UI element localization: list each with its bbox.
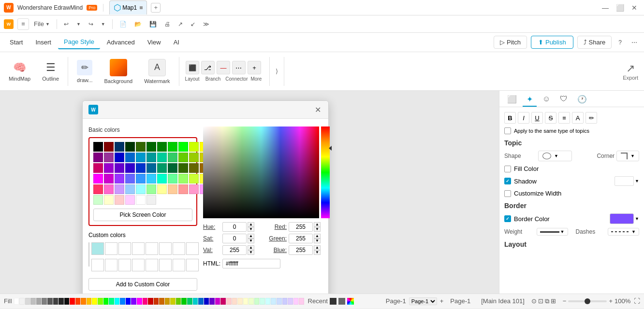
- basic-swatch-23[interactable]: [189, 153, 199, 162]
- basic-swatch-9[interactable]: [189, 142, 199, 152]
- shadow-checkbox[interactable]: ✓: [504, 178, 511, 184]
- red-up[interactable]: ▲: [314, 222, 321, 227]
- custom-swatch-1[interactable]: [105, 242, 117, 255]
- basic-swatch-2[interactable]: [115, 142, 124, 152]
- actual-size[interactable]: ⊡: [538, 297, 543, 305]
- minimize-button[interactable]: —: [600, 2, 611, 14]
- basic-swatch-32[interactable]: [136, 163, 146, 173]
- basic-swatch-16[interactable]: [115, 153, 124, 162]
- publish-button[interactable]: ⬆ Publish: [531, 36, 573, 49]
- more-options[interactable]: ⋯: [629, 38, 640, 47]
- expand-view[interactable]: ⛶: [634, 297, 640, 305]
- apply-same-checkbox[interactable]: [504, 127, 511, 134]
- val-label[interactable]: Val:: [203, 247, 222, 253]
- italic-button[interactable]: I: [518, 112, 529, 124]
- palette-swatch-32[interactable]: [193, 298, 198, 305]
- val-down[interactable]: ▼: [248, 250, 254, 255]
- palette-swatch-38[interactable]: [226, 298, 232, 305]
- basic-swatch-17[interactable]: [125, 153, 135, 162]
- palette-swatch-0[interactable]: [14, 298, 19, 305]
- more-ribbon-button[interactable]: ⋯: [232, 61, 246, 74]
- pick-screen-color-button[interactable]: Pick Screen Color: [93, 209, 192, 221]
- palette-swatch-26[interactable]: [159, 298, 164, 305]
- add-ribbon-button[interactable]: +: [248, 61, 261, 74]
- val-input[interactable]: [222, 245, 247, 255]
- basic-swatch-34[interactable]: [157, 163, 167, 173]
- save-button[interactable]: 💾: [146, 19, 160, 29]
- menu-advanced[interactable]: Advanced: [101, 36, 141, 49]
- basic-swatch-5[interactable]: [146, 142, 156, 152]
- hue-input[interactable]: [222, 222, 247, 232]
- palette-swatch-48[interactable]: [282, 298, 288, 305]
- palette-swatch-15[interactable]: [98, 298, 103, 305]
- palette-swatch-44[interactable]: [260, 298, 265, 305]
- fit-view[interactable]: ⊙: [531, 297, 537, 305]
- basic-swatch-56[interactable]: [93, 184, 103, 194]
- canvas[interactable]: W ✕ Basic colors Pick Screen Color: [0, 91, 499, 294]
- palette-swatch-4[interactable]: [36, 298, 42, 305]
- custom-swatch-11[interactable]: [132, 259, 145, 271]
- palette-swatch-24[interactable]: [148, 298, 153, 305]
- dialog-close-button[interactable]: ✕: [313, 105, 322, 114]
- basic-swatch-73[interactable]: [125, 195, 135, 205]
- palette-swatch-45[interactable]: [265, 298, 271, 305]
- palette-swatch-8[interactable]: [59, 298, 64, 305]
- hue-slider-wrapper[interactable]: [321, 126, 330, 218]
- shadow-color-swatch[interactable]: [615, 176, 634, 186]
- export-share-button[interactable]: ↗: [175, 19, 186, 29]
- palette-swatch-19[interactable]: [120, 298, 125, 305]
- custom-swatch-13[interactable]: [159, 259, 172, 271]
- palette-swatch-2[interactable]: [25, 298, 30, 305]
- palette-swatch-5[interactable]: [42, 298, 47, 305]
- basic-swatch-51[interactable]: [189, 174, 199, 183]
- palette-swatch-6[interactable]: [47, 298, 53, 305]
- shape-select[interactable]: ▼: [538, 151, 572, 161]
- palette-swatch-42[interactable]: [249, 298, 254, 305]
- palette-swatch-30[interactable]: [181, 298, 187, 305]
- basic-swatch-4[interactable]: [136, 142, 146, 152]
- basic-swatch-46[interactable]: [136, 174, 146, 183]
- palette-swatch-33[interactable]: [198, 298, 204, 305]
- custom-swatch-10[interactable]: [118, 259, 131, 271]
- palette-swatch-50[interactable]: [293, 298, 299, 305]
- sat-label[interactable]: Sat:: [203, 235, 222, 242]
- file-menu-button[interactable]: File ▼: [31, 19, 53, 29]
- basic-swatch-30[interactable]: [115, 163, 124, 173]
- red-down[interactable]: ▼: [314, 227, 321, 232]
- corner-select[interactable]: ▼: [616, 151, 639, 161]
- shadow-dropdown[interactable]: ▼: [635, 179, 639, 183]
- new-button[interactable]: 📄: [117, 19, 130, 29]
- palette-swatch-31[interactable]: [187, 298, 192, 305]
- basic-swatch-36[interactable]: [178, 163, 188, 173]
- basic-swatch-49[interactable]: [168, 174, 177, 183]
- basic-swatch-37[interactable]: [189, 163, 199, 173]
- sat-down[interactable]: ▼: [248, 239, 254, 243]
- palette-swatch-14[interactable]: [92, 298, 97, 305]
- red-input[interactable]: [289, 222, 313, 232]
- strikethrough-button[interactable]: S: [545, 112, 556, 124]
- connector-button[interactable]: —: [217, 61, 230, 74]
- green-input[interactable]: [289, 234, 313, 243]
- palette-swatch-41[interactable]: [243, 298, 249, 305]
- menu-insert[interactable]: Insert: [29, 36, 57, 49]
- custom-swatch-6[interactable]: [173, 242, 185, 255]
- blue-down[interactable]: ▼: [314, 250, 321, 255]
- spectrum-picker[interactable]: [203, 126, 319, 218]
- palette-swatch-35[interactable]: [209, 298, 215, 305]
- add-page-button[interactable]: +: [440, 297, 444, 305]
- border-color-checkbox[interactable]: ✓: [504, 215, 511, 222]
- tab-shape[interactable]: ⬜: [503, 93, 521, 107]
- basic-swatch-15[interactable]: [104, 153, 114, 162]
- palette-swatch-46[interactable]: [271, 298, 276, 305]
- basic-swatch-35[interactable]: [168, 163, 177, 173]
- basic-swatch-14[interactable]: [93, 153, 103, 162]
- hue-slider[interactable]: [321, 126, 330, 218]
- basic-swatch-57[interactable]: [104, 184, 114, 194]
- blue-up[interactable]: ▲: [314, 245, 321, 250]
- export-button[interactable]: ↗ Export: [621, 60, 640, 83]
- tab-emoji[interactable]: ☺: [539, 93, 554, 107]
- add-tab-button[interactable]: +: [151, 3, 161, 13]
- menu-start[interactable]: Start: [4, 36, 29, 49]
- expand-right-panel[interactable]: ⟩: [274, 66, 280, 77]
- undo-dropdown[interactable]: ▼: [73, 20, 84, 28]
